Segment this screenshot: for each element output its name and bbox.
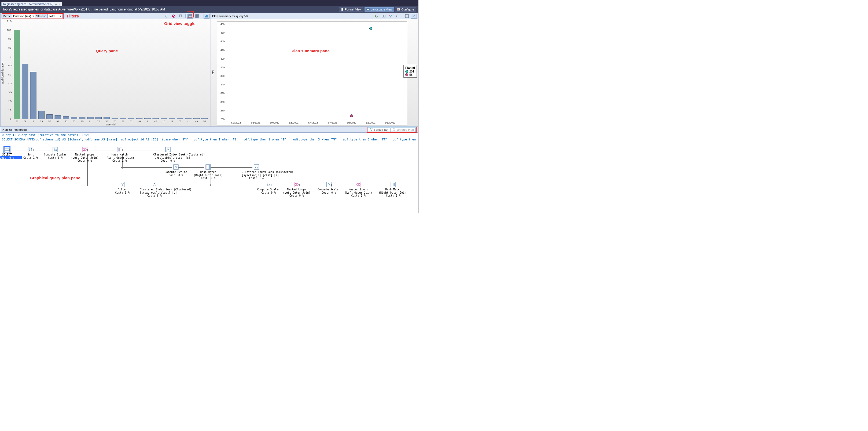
- svg-text:3: 3: [33, 120, 34, 123]
- svg-point-114: [350, 114, 353, 117]
- plan-op-nl1[interactable]: Nested Loops(Left Outer Join)Cost: 0 %: [70, 147, 99, 163]
- plan-op-hm3[interactable]: Hash Match(Right Outer Join)Cost: 2 %: [378, 181, 408, 197]
- svg-rect-17: [207, 15, 208, 18]
- close-icon[interactable]: ×: [59, 3, 60, 6]
- portrait-view-button[interactable]: Portrait View: [339, 7, 364, 11]
- svg-rect-62: [145, 118, 151, 119]
- svg-text:380-: 380-: [220, 66, 225, 69]
- svg-text:30-: 30-: [8, 91, 12, 94]
- svg-text:100-: 100-: [7, 29, 12, 31]
- grid2-button[interactable]: [404, 14, 410, 19]
- detail-view-button[interactable]: [187, 14, 193, 19]
- plan-op-hm2[interactable]: Hash Match(Right Outer Join)Cost: 2 %: [193, 164, 223, 180]
- plan-scatter-chart[interactable]: 260-280-300-320-340-360-380-400-420-440-…: [217, 22, 402, 125]
- svg-rect-134: [165, 147, 170, 152]
- plan-op-cs3[interactable]: fx Compute ScalarCost: 0 %: [254, 181, 283, 194]
- svg-rect-30: [14, 30, 20, 119]
- svg-text:70-: 70-: [8, 55, 12, 58]
- svg-rect-127: [82, 147, 87, 152]
- svg-text:57: 57: [48, 120, 51, 123]
- plan-op-filter[interactable]: FilterCost: 0 %: [107, 181, 137, 194]
- plan-op-cis1[interactable]: Clustered Index Seek (Clustered)[sysclso…: [153, 147, 183, 163]
- svg-line-6: [173, 15, 175, 17]
- svg-text:300-: 300-: [220, 101, 225, 104]
- svg-rect-15: [205, 16, 206, 18]
- chart-view-button[interactable]: [204, 14, 210, 19]
- force-plan-button[interactable]: Force Plan: [368, 127, 390, 132]
- svg-rect-52: [104, 117, 110, 119]
- pin-icon[interactable]: ⬌: [55, 3, 57, 6]
- plan-op-cis2[interactable]: Clustered Index Seek (Clustered)[sysclso…: [242, 164, 271, 180]
- svg-rect-46: [79, 117, 85, 119]
- svg-point-116: [372, 128, 373, 130]
- svg-point-82: [391, 15, 392, 16]
- svg-rect-141: [254, 165, 259, 169]
- filters-annotation: Filters: [67, 14, 79, 18]
- svg-point-119: [394, 128, 395, 130]
- svg-rect-80: [384, 15, 385, 17]
- compare-button[interactable]: [381, 14, 386, 19]
- query-bar-chart[interactable]: 0-10-20-30-40-50-60-70-80-90-100-110-585…: [4, 19, 210, 126]
- legend-item[interactable]: 201: [405, 70, 415, 73]
- svg-text:5/8/2022: 5/8/2022: [347, 121, 356, 124]
- statistic-combo[interactable]: Total: [48, 14, 62, 18]
- plan-op-nl3[interactable]: Nested Loops(Left Outer Join)Cost: 1 %: [344, 181, 373, 197]
- svg-text:65: 65: [179, 120, 182, 123]
- tab-label: Regressed Queries...dventureWorks2017]: [3, 3, 53, 6]
- svg-point-90: [414, 15, 415, 16]
- svg-text:51: 51: [122, 120, 124, 123]
- svg-rect-10: [195, 15, 199, 18]
- document-tab[interactable]: Regressed Queries...dventureWorks2017] ⬌…: [1, 2, 62, 6]
- svg-rect-0: [341, 8, 343, 11]
- svg-rect-64: [153, 118, 158, 119]
- plan-op-hm1[interactable]: Hash Match(Right Outer Join)Cost: 2 %: [105, 147, 134, 163]
- zoom-button[interactable]: [395, 14, 400, 19]
- svg-rect-56: [120, 118, 126, 119]
- unforce-plan-button[interactable]: Unforce Plan: [391, 127, 416, 132]
- plan-op-cs1[interactable]: fx Compute ScalarCost: 0 %: [40, 147, 70, 159]
- plan-op-cis3[interactable]: Clustered Index Seek (Clustered)[sysxpro…: [140, 181, 169, 197]
- svg-line-85: [398, 17, 399, 18]
- scatter-button[interactable]: [411, 14, 417, 19]
- svg-rect-68: [169, 118, 175, 119]
- svg-text:420-: 420-: [220, 49, 225, 52]
- svg-rect-36: [38, 111, 44, 119]
- svg-rect-50: [95, 117, 101, 119]
- svg-point-84: [396, 15, 398, 17]
- svg-text:280-: 280-: [220, 109, 225, 112]
- track-query-button[interactable]: [178, 14, 184, 19]
- svg-rect-4: [398, 9, 399, 10]
- svg-text:91: 91: [56, 120, 59, 123]
- refresh-button[interactable]: [164, 14, 170, 19]
- svg-rect-121: [5, 147, 9, 152]
- svg-text:10-: 10-: [8, 109, 12, 111]
- cancel-button[interactable]: [171, 14, 177, 19]
- legend-item[interactable]: 58: [405, 73, 415, 76]
- page-title: Top 25 regressed queries for database Ad…: [2, 7, 165, 11]
- landscape-view-button[interactable]: Landscape View: [365, 7, 394, 11]
- svg-text:5/3/2022: 5/3/2022: [251, 121, 260, 124]
- svg-text:110-: 110-: [7, 20, 12, 23]
- refresh2-button[interactable]: [374, 14, 379, 19]
- svg-text:59: 59: [24, 120, 27, 123]
- svg-text:fx: fx: [327, 183, 331, 186]
- view-plan-button[interactable]: [388, 14, 394, 19]
- plan-sql-line: SELECT SCHEMA_NAME(udf.schema_id) AS [Sc…: [0, 137, 418, 142]
- svg-point-83: [390, 17, 391, 18]
- svg-rect-32: [22, 64, 28, 119]
- plan-op-nl2[interactable]: Nested Loops(Left Outer Join)Cost: 0 %: [282, 181, 311, 197]
- grid-view-button[interactable]: [194, 14, 200, 19]
- plan-op-cs2[interactable]: fx Compute ScalarCost: 0 %: [161, 164, 191, 177]
- svg-text:90-: 90-: [8, 37, 12, 40]
- svg-text:61: 61: [89, 120, 92, 123]
- svg-text:75: 75: [81, 120, 84, 123]
- svg-text:5/4/2022: 5/4/2022: [270, 121, 279, 124]
- configure-button[interactable]: Configure: [395, 7, 416, 11]
- svg-text:5/9/2022: 5/9/2022: [366, 121, 375, 124]
- plan-summary-toolbar: Plan summary for query 58: [211, 13, 418, 19]
- metric-label: Metric: [3, 15, 11, 18]
- svg-point-89: [413, 16, 414, 17]
- svg-text:query id: query id: [106, 123, 116, 126]
- plan-op-cs4[interactable]: fx Compute ScalarCost: 0 %: [314, 181, 344, 194]
- metric-combo[interactable]: Duration (ms): [12, 14, 35, 18]
